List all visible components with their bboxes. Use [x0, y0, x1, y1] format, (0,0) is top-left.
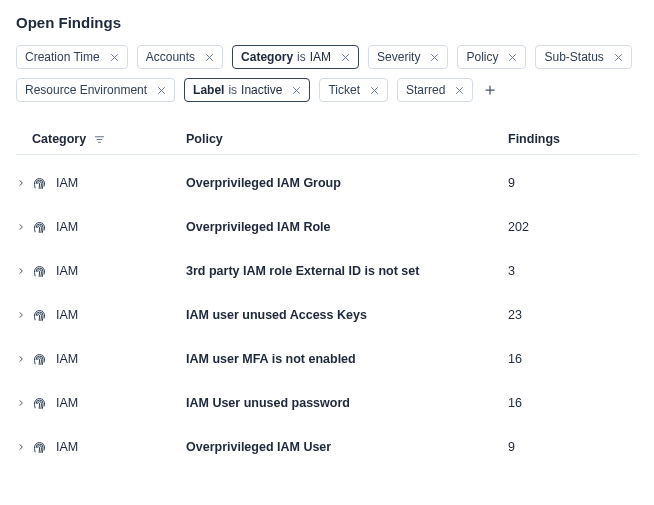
- filter-chip[interactable]: LabelisInactive: [184, 78, 310, 102]
- category-text: IAM: [56, 308, 78, 322]
- open-findings-page: Open Findings Creation TimeAccountsCateg…: [0, 0, 654, 489]
- filter-chips-bar: Creation TimeAccountsCategoryisIAMSeveri…: [16, 45, 638, 102]
- table-row: IAM3rd party IAM role External ID is not…: [16, 249, 638, 293]
- category-text: IAM: [56, 396, 78, 410]
- category-text: IAM: [56, 440, 78, 454]
- cell-policy[interactable]: Overprivileged IAM Group: [186, 176, 508, 190]
- cell-policy[interactable]: IAM user MFA is not enabled: [186, 352, 508, 366]
- filter-chip[interactable]: Creation Time: [16, 45, 128, 69]
- header-findings-label: Findings: [508, 132, 560, 146]
- cell-findings: 16: [508, 396, 638, 410]
- fingerprint-icon: [32, 440, 47, 455]
- cell-category: IAM: [16, 440, 186, 455]
- category-text: IAM: [56, 264, 78, 278]
- expand-chevron-icon[interactable]: [17, 178, 25, 188]
- cell-findings: 3: [508, 264, 638, 278]
- category-text: IAM: [56, 176, 78, 190]
- filter-chip[interactable]: Starred: [397, 78, 473, 102]
- close-icon[interactable]: [370, 86, 379, 95]
- filter-chip[interactable]: Severity: [368, 45, 448, 69]
- cell-policy[interactable]: Overprivileged IAM Role: [186, 220, 508, 234]
- close-icon[interactable]: [205, 53, 214, 62]
- header-category-label: Category: [32, 132, 86, 146]
- header-category[interactable]: Category: [16, 132, 186, 146]
- table-row: IAMOverprivileged IAM Role202: [16, 205, 638, 249]
- chip-label: Starred: [406, 84, 445, 96]
- fingerprint-icon: [32, 352, 47, 367]
- header-policy[interactable]: Policy: [186, 132, 508, 146]
- table-row: IAMIAM user MFA is not enabled16: [16, 337, 638, 381]
- chip-label: Accounts: [146, 51, 195, 63]
- chip-label: Sub-Status: [544, 51, 603, 63]
- expand-chevron-icon[interactable]: [17, 398, 25, 408]
- cell-category: IAM: [16, 176, 186, 191]
- close-icon[interactable]: [110, 53, 119, 62]
- table-header: Category Policy Findings: [16, 124, 638, 155]
- table-row: IAMOverprivileged IAM User9: [16, 425, 638, 469]
- chip-label: Ticket: [328, 84, 360, 96]
- expand-chevron-icon[interactable]: [17, 310, 25, 320]
- table-row: IAMOverprivileged IAM Group9: [16, 161, 638, 205]
- cell-policy[interactable]: IAM User unused password: [186, 396, 508, 410]
- close-icon[interactable]: [430, 53, 439, 62]
- filter-chip[interactable]: Resource Environment: [16, 78, 175, 102]
- close-icon[interactable]: [341, 53, 350, 62]
- chip-label: Resource Environment: [25, 84, 147, 96]
- cell-findings: 9: [508, 440, 638, 454]
- close-icon[interactable]: [292, 86, 301, 95]
- filter-chip[interactable]: Sub-Status: [535, 45, 631, 69]
- category-text: IAM: [56, 352, 78, 366]
- filter-chip[interactable]: CategoryisIAM: [232, 45, 359, 69]
- close-icon[interactable]: [455, 86, 464, 95]
- chip-label: Label: [193, 84, 224, 96]
- filter-chip[interactable]: Accounts: [137, 45, 223, 69]
- fingerprint-icon: [32, 176, 47, 191]
- filter-chip[interactable]: Ticket: [319, 78, 388, 102]
- cell-category: IAM: [16, 220, 186, 235]
- filter-icon[interactable]: [94, 134, 105, 145]
- cell-findings: 16: [508, 352, 638, 366]
- table-row: IAMIAM user unused Access Keys23: [16, 293, 638, 337]
- category-text: IAM: [56, 220, 78, 234]
- fingerprint-icon: [32, 308, 47, 323]
- expand-chevron-icon[interactable]: [17, 442, 25, 452]
- expand-chevron-icon[interactable]: [17, 354, 25, 364]
- cell-policy[interactable]: Overprivileged IAM User: [186, 440, 508, 454]
- header-findings[interactable]: Findings: [508, 132, 638, 146]
- table-body: IAMOverprivileged IAM Group9IAMOverprivi…: [16, 155, 638, 469]
- header-policy-label: Policy: [186, 132, 223, 146]
- chip-label: Creation Time: [25, 51, 100, 63]
- close-icon[interactable]: [508, 53, 517, 62]
- cell-findings: 23: [508, 308, 638, 322]
- page-title: Open Findings: [16, 14, 638, 31]
- filter-chip[interactable]: Policy: [457, 45, 526, 69]
- cell-category: IAM: [16, 264, 186, 279]
- cell-category: IAM: [16, 396, 186, 411]
- fingerprint-icon: [32, 220, 47, 235]
- expand-chevron-icon[interactable]: [17, 222, 25, 232]
- chip-separator: is: [228, 84, 237, 96]
- chip-value: Inactive: [241, 84, 282, 96]
- cell-findings: 202: [508, 220, 638, 234]
- table-row: IAMIAM User unused password16: [16, 381, 638, 425]
- cell-category: IAM: [16, 308, 186, 323]
- chip-label: Category: [241, 51, 293, 63]
- chip-label: Severity: [377, 51, 420, 63]
- cell-policy[interactable]: 3rd party IAM role External ID is not se…: [186, 264, 508, 278]
- close-icon[interactable]: [157, 86, 166, 95]
- expand-chevron-icon[interactable]: [17, 266, 25, 276]
- cell-findings: 9: [508, 176, 638, 190]
- chip-label: Policy: [466, 51, 498, 63]
- fingerprint-icon: [32, 264, 47, 279]
- chip-separator: is: [297, 51, 306, 63]
- close-icon[interactable]: [614, 53, 623, 62]
- add-filter-button[interactable]: [482, 82, 498, 98]
- cell-policy[interactable]: IAM user unused Access Keys: [186, 308, 508, 322]
- chip-value: IAM: [310, 51, 331, 63]
- cell-category: IAM: [16, 352, 186, 367]
- fingerprint-icon: [32, 396, 47, 411]
